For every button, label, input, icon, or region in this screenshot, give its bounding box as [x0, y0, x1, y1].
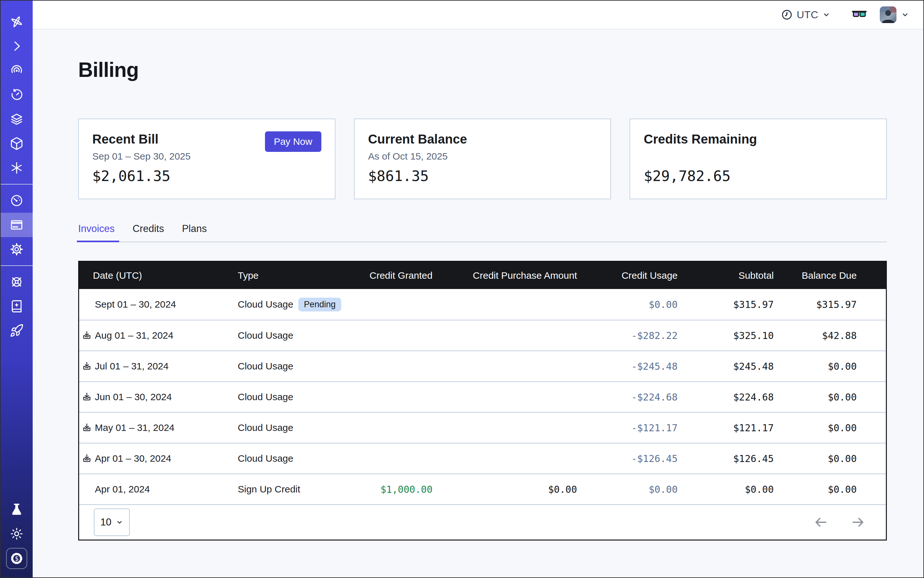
invoice-type-cell: Cloud Usage	[229, 453, 367, 464]
invoice-table-body: Sept 01 – 30, 2024Cloud UsagePending$0.0…	[79, 289, 886, 504]
svg-text:$: $	[15, 555, 19, 562]
invoice-date: May 01 – 31, 2024	[95, 422, 175, 433]
subtotal-cell: $245.48	[681, 361, 777, 372]
sidebar: $	[1, 1, 32, 577]
labs-flask-icon	[10, 502, 24, 516]
invoice-date: Apr 01, 2024	[95, 484, 150, 495]
billing-card-icon	[10, 218, 24, 232]
sidebar-item-billing[interactable]	[1, 213, 32, 237]
usage-gauge-icon	[10, 193, 24, 208]
sidebar-item-labs[interactable]	[1, 497, 32, 521]
credit-usage-cell: -$126.45	[580, 453, 681, 464]
layers-icon	[10, 112, 24, 126]
topbar: UTC	[32, 1, 923, 29]
chevron-down-icon	[116, 518, 123, 526]
sidebar-item-theme[interactable]	[1, 521, 32, 546]
download-invoice-button[interactable]	[82, 330, 92, 341]
credits-dollar-badge-icon: $	[10, 551, 24, 565]
column-header-credit-usage: Credit Usage	[580, 270, 681, 281]
sidebar-item-credits[interactable]: $	[6, 548, 27, 569]
next-page-button[interactable]	[851, 515, 866, 529]
3d-glasses-icon	[852, 7, 867, 23]
invoice-type: Cloud Usage	[238, 453, 293, 464]
sidebar-item-usage[interactable]	[1, 188, 32, 213]
timezone-selector[interactable]: UTC	[781, 9, 830, 21]
invoices-table: Date (UTC) Type Credit Granted Credit Pu…	[78, 261, 887, 541]
sidebar-item-layers[interactable]	[1, 107, 32, 132]
download-spacer	[82, 299, 92, 310]
invoice-date-cell: Jun 01 – 30, 2024	[79, 391, 229, 403]
subtotal-cell: $325.10	[681, 330, 777, 341]
tab-credits[interactable]: Credits	[133, 223, 164, 242]
card-subtitle: Sep 01 – Sep 30, 2025	[92, 151, 322, 162]
sidebar-item-observability[interactable]	[1, 58, 32, 83]
download-invoice-button[interactable]	[82, 453, 92, 464]
card-subtitle: As of Oct 15, 2025	[368, 151, 597, 162]
subtotal-cell: $224.68	[681, 391, 777, 403]
sidebar-item-packages[interactable]	[1, 132, 32, 156]
invoice-type: Cloud Usage	[238, 422, 293, 433]
tab-invoices[interactable]: Invoices	[78, 223, 115, 242]
sidebar-item-launch[interactable]	[1, 318, 32, 343]
recent-bill-card: Recent Bill Sep 01 – Sep 30, 2025 $2,061…	[78, 119, 335, 199]
invoice-type: Cloud Usage	[238, 391, 293, 403]
credit-granted-cell: $1,000.00	[367, 484, 436, 495]
invoice-type-cell: Cloud Usage	[229, 330, 367, 341]
table-row: Aug 01 – 31, 2024Cloud Usage-$282.22$325…	[79, 320, 886, 351]
invoice-date-cell: May 01 – 31, 2024	[79, 422, 229, 433]
sidebar-divider	[1, 184, 32, 185]
invoice-type: Cloud Usage	[238, 361, 293, 372]
view-mode-button[interactable]	[852, 7, 867, 23]
balance-due-cell: $42.88	[777, 330, 887, 341]
user-menu[interactable]	[880, 6, 909, 23]
balance-due-cell: $0.00	[777, 361, 887, 372]
credit-usage-cell: -$224.68	[580, 391, 681, 403]
settings-gear-icon	[10, 242, 24, 257]
invoice-type-cell: Cloud Usage	[229, 422, 367, 433]
sidebar-item-settings[interactable]	[1, 237, 32, 261]
previous-page-button[interactable]	[814, 515, 828, 529]
table-row: Apr 01 – 30, 2024Cloud Usage-$126.45$126…	[79, 443, 886, 474]
subtotal-cell: $315.97	[681, 299, 777, 310]
table-row: Sept 01 – 30, 2024Cloud UsagePending$0.0…	[79, 289, 886, 320]
invoice-type-cell: Sign Up Credit	[229, 484, 367, 495]
balance-due-cell: $0.00	[777, 422, 887, 434]
sidebar-item-history[interactable]	[1, 83, 32, 107]
chevron-down-icon	[822, 11, 830, 19]
balance-due-cell: $0.00	[777, 391, 887, 403]
download-icon	[82, 330, 92, 341]
table-row: Apr 01, 2024Sign Up Credit$1,000.00$0.00…	[79, 474, 886, 504]
observability-eye-icon	[10, 63, 24, 78]
sidebar-item-asterisk[interactable]	[1, 156, 32, 180]
invoice-date: Sept 01 – 30, 2024	[95, 299, 176, 310]
invoice-type: Cloud Usage	[238, 299, 293, 310]
table-row: Jul 01 – 31, 2024Cloud Usage-$245.48$245…	[79, 351, 886, 381]
card-subtitle	[644, 151, 873, 162]
download-spacer	[82, 484, 92, 494]
sidebar-divider	[1, 265, 32, 266]
pay-now-button[interactable]: Pay Now	[265, 132, 322, 152]
sidebar-item-helm[interactable]	[1, 270, 32, 294]
history-timer-icon	[10, 88, 24, 102]
balance-due-cell: $0.00	[777, 453, 887, 464]
invoice-date-cell: Apr 01 – 30, 2024	[79, 453, 229, 464]
download-invoice-button[interactable]	[82, 423, 92, 433]
table-footer: 10	[79, 504, 886, 539]
invoice-type: Sign Up Credit	[238, 484, 300, 495]
rocket-icon	[10, 324, 24, 338]
invoice-date-cell: Apr 01, 2024	[79, 484, 229, 495]
sidebar-item-collapse[interactable]	[1, 34, 32, 58]
current-balance-card: Current Balance As of Oct 15, 2025 $861.…	[354, 119, 611, 199]
package-cube-icon	[10, 136, 24, 151]
sidebar-item-docs[interactable]	[1, 294, 32, 318]
card-title: Credits Remaining	[644, 132, 873, 146]
download-invoice-button[interactable]	[82, 392, 92, 402]
invoice-type-cell: Cloud UsagePending	[229, 298, 367, 312]
download-icon	[82, 453, 92, 464]
tab-plans[interactable]: Plans	[182, 223, 207, 242]
invoice-date: Aug 01 – 31, 2024	[95, 330, 173, 341]
download-invoice-button[interactable]	[82, 361, 92, 371]
page-size-select[interactable]: 10	[94, 508, 130, 536]
summary-cards: Recent Bill Sep 01 – Sep 30, 2025 $2,061…	[78, 119, 887, 199]
sidebar-logo[interactable]	[1, 10, 32, 34]
